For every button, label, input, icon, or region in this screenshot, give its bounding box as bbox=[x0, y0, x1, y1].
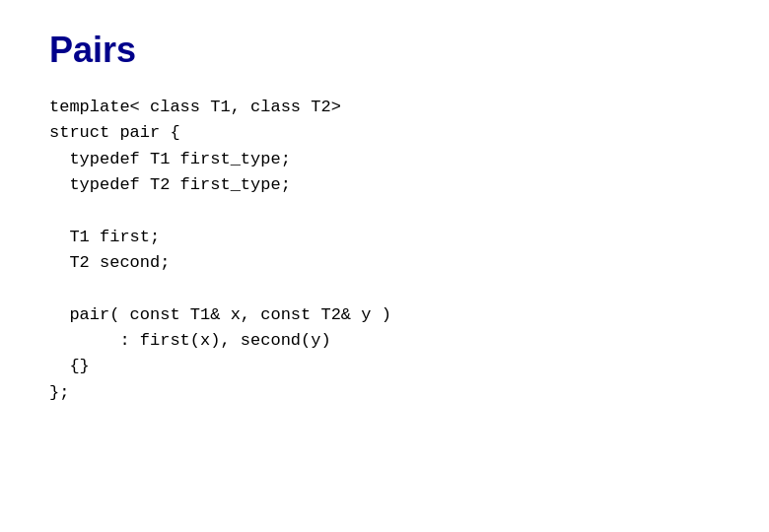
code-block: template< class T1, class T2> struct pai… bbox=[49, 95, 720, 406]
slide-title: Pairs bbox=[49, 30, 720, 71]
slide-container: Pairs template< class T1, class T2> stru… bbox=[0, 0, 769, 532]
